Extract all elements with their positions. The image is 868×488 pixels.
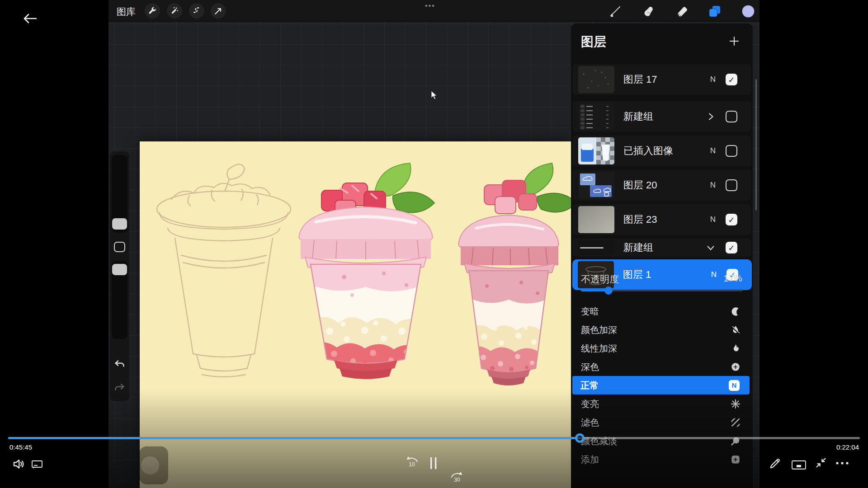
opacity-value: 17% [723, 273, 742, 284]
volume-button[interactable] [12, 457, 25, 471]
actions-wrench-button[interactable] [145, 3, 160, 19]
more-dots-icon [835, 461, 850, 465]
pencil-icon [769, 457, 781, 470]
pip-button[interactable] [791, 460, 807, 470]
touch-dot [141, 456, 159, 474]
wrench-icon [148, 6, 157, 15]
redo-icon [113, 382, 126, 394]
video-timeline[interactable] [8, 437, 860, 439]
adjustments-button[interactable] [167, 3, 182, 19]
blend-letter-badge[interactable]: N [710, 181, 716, 190]
procreate-toolbar: 图库 ••• [108, 0, 760, 22]
ipad-multitask-dots[interactable]: ••• [425, 2, 435, 10]
touch-indicator-overlay [139, 446, 168, 484]
selection-s-icon [192, 6, 201, 15]
layers-panel: 图层 17N✓新建组已插入图像N图层 20N图层 23N✓新建组✓图层 1N✓ … [571, 23, 753, 488]
selection-button[interactable] [189, 3, 204, 19]
layer-thumbnail[interactable] [578, 137, 614, 164]
layer-name: 已插入图像 [623, 144, 673, 158]
blend-letter-badge[interactable]: N [710, 146, 716, 155]
collapse-arrows-icon [815, 456, 827, 469]
chevron-down-icon[interactable] [706, 243, 716, 253]
layer-thumbnail[interactable] [578, 66, 614, 93]
brush-tool-button[interactable] [608, 4, 623, 19]
layers-icon [708, 4, 722, 19]
plus-icon [728, 35, 740, 47]
screen: 图库 ••• [0, 0, 868, 488]
color-swatch-icon [741, 4, 755, 19]
opacity-label: 不透明度 [581, 273, 619, 286]
layer-visibility-checkbox[interactable] [726, 179, 737, 191]
back-button[interactable] [23, 12, 38, 25]
elapsed-time: 0:45:45 [9, 443, 32, 451]
artwork-three-cups [140, 141, 571, 488]
layers-panel-title: 图层 [581, 33, 606, 51]
layers-list: 图层 17N✓新建组已插入图像N图层 20N图层 23N✓新建组✓图层 1N✓ [571, 23, 753, 488]
subtitles-button[interactable] [31, 459, 43, 470]
modify-button[interactable] [114, 242, 125, 252]
mouse-cursor [431, 90, 438, 102]
color-button[interactable] [741, 4, 756, 19]
eraser-icon [675, 5, 689, 18]
layer-name: 图层 20 [623, 178, 657, 192]
layer-row[interactable]: 图层 20N [573, 170, 751, 201]
layer-visibility-checkbox[interactable] [726, 145, 737, 157]
forward-amount: 30 [449, 477, 465, 483]
layer-thumbnail[interactable] [578, 206, 614, 233]
undo-icon [113, 358, 126, 371]
layers-panel-button[interactable] [707, 4, 722, 19]
layer-name: 图层 23 [623, 213, 657, 226]
rewind-amount: 10 [404, 461, 420, 468]
layer-name: 新建组 [623, 241, 653, 254]
blend-letter-badge[interactable]: N [710, 215, 716, 224]
panel-scrollbar[interactable] [755, 79, 757, 210]
eraser-tool-button[interactable] [675, 4, 690, 19]
pause-icon [429, 456, 439, 470]
add-layer-button[interactable] [728, 35, 740, 47]
brush-size-handle[interactable] [112, 218, 127, 230]
layer-row[interactable]: 新建组 [573, 101, 751, 132]
layer-row[interactable]: 新建组✓ [573, 239, 751, 257]
smudge-finger-icon [642, 5, 656, 18]
pause-button[interactable] [429, 456, 439, 470]
timeline-scrubber[interactable] [575, 433, 585, 443]
rewind-10-button[interactable]: 10 [404, 455, 420, 471]
layer-row[interactable]: 已插入图像N [573, 136, 751, 166]
layer-name: 图层 17 [623, 73, 657, 86]
forward-30-button[interactable]: 30 [449, 471, 465, 486]
speaker-icon [12, 457, 25, 471]
layer-thumbnail[interactable] [578, 240, 614, 255]
layer-row[interactable]: 图层 17N✓ [573, 64, 751, 95]
subtitles-icon [31, 459, 43, 470]
layer-name: 新建组 [623, 110, 653, 123]
magic-wand-icon [170, 6, 179, 15]
undo-button[interactable] [113, 358, 126, 371]
pip-icon [791, 460, 807, 470]
gallery-button[interactable]: 图库 [117, 5, 136, 18]
redo-button[interactable] [113, 382, 126, 394]
timeline-progress [8, 437, 580, 439]
chevron-right-icon[interactable] [706, 112, 716, 122]
brush-icon [609, 5, 622, 18]
opacity-slider-thumb[interactable] [604, 286, 613, 295]
smudge-tool-button[interactable] [641, 4, 656, 19]
opacity-slider[interactable] [581, 290, 743, 291]
procreate-canvas[interactable] [140, 141, 571, 488]
layer-thumbnail[interactable] [578, 172, 614, 199]
transform-button[interactable] [211, 3, 226, 19]
transform-arrow-icon [214, 6, 223, 15]
layer-thumbnail[interactable] [578, 103, 614, 130]
minimize-button[interactable] [815, 456, 827, 469]
layer-row[interactable]: 图层 23N✓ [573, 204, 751, 235]
layer-visibility-checkbox[interactable] [726, 111, 737, 122]
blend-letter-badge[interactable]: N [711, 270, 717, 279]
brush-opacity-handle[interactable] [112, 264, 127, 275]
blend-letter-badge[interactable]: N [710, 75, 716, 84]
back-arrow-icon [23, 12, 38, 25]
layer-visibility-checkbox[interactable]: ✓ [726, 74, 737, 85]
sidebar-tools [110, 151, 129, 401]
layer-visibility-checkbox[interactable]: ✓ [726, 242, 737, 253]
annotate-button[interactable] [769, 457, 781, 470]
layer-visibility-checkbox[interactable]: ✓ [726, 214, 737, 225]
more-options-button[interactable] [835, 461, 850, 465]
